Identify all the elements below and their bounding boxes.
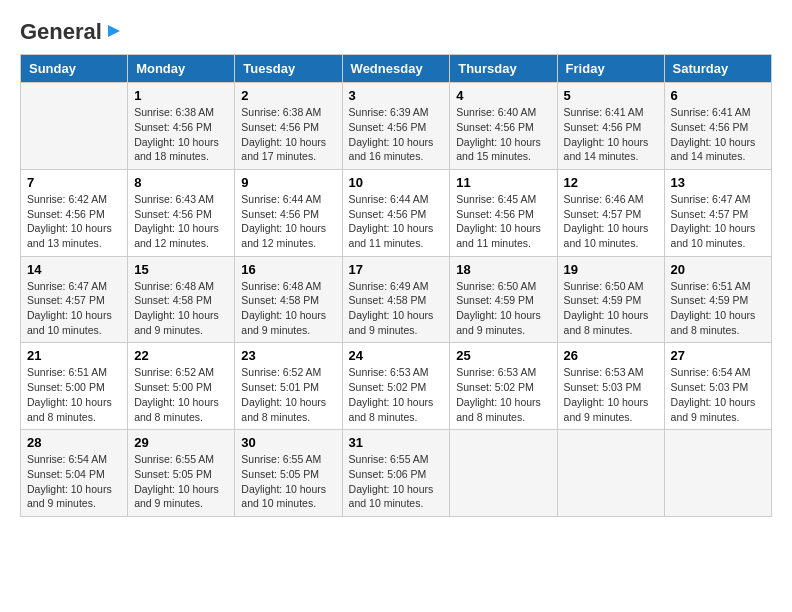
day-number: 21 [27,348,121,363]
day-info: Sunrise: 6:53 AMSunset: 5:02 PMDaylight:… [349,365,444,424]
calendar-cell: 27Sunrise: 6:54 AMSunset: 5:03 PMDayligh… [664,343,771,430]
day-number: 25 [456,348,550,363]
header-thursday: Thursday [450,55,557,83]
day-info: Sunrise: 6:55 AMSunset: 5:05 PMDaylight:… [241,452,335,511]
calendar-cell: 23Sunrise: 6:52 AMSunset: 5:01 PMDayligh… [235,343,342,430]
calendar-cell: 28Sunrise: 6:54 AMSunset: 5:04 PMDayligh… [21,430,128,517]
logo: General [20,20,124,44]
calendar-cell: 2Sunrise: 6:38 AMSunset: 4:56 PMDaylight… [235,83,342,170]
day-info: Sunrise: 6:46 AMSunset: 4:57 PMDaylight:… [564,192,658,251]
day-info: Sunrise: 6:51 AMSunset: 4:59 PMDaylight:… [671,279,765,338]
svg-marker-0 [108,25,120,37]
day-number: 11 [456,175,550,190]
day-info: Sunrise: 6:53 AMSunset: 5:02 PMDaylight:… [456,365,550,424]
day-number: 17 [349,262,444,277]
calendar-cell: 10Sunrise: 6:44 AMSunset: 4:56 PMDayligh… [342,169,450,256]
calendar-cell: 19Sunrise: 6:50 AMSunset: 4:59 PMDayligh… [557,256,664,343]
day-info: Sunrise: 6:50 AMSunset: 4:59 PMDaylight:… [456,279,550,338]
calendar-cell: 26Sunrise: 6:53 AMSunset: 5:03 PMDayligh… [557,343,664,430]
day-number: 16 [241,262,335,277]
day-info: Sunrise: 6:55 AMSunset: 5:05 PMDaylight:… [134,452,228,511]
calendar-cell: 30Sunrise: 6:55 AMSunset: 5:05 PMDayligh… [235,430,342,517]
calendar-cell: 5Sunrise: 6:41 AMSunset: 4:56 PMDaylight… [557,83,664,170]
day-info: Sunrise: 6:45 AMSunset: 4:56 PMDaylight:… [456,192,550,251]
day-number: 9 [241,175,335,190]
day-info: Sunrise: 6:50 AMSunset: 4:59 PMDaylight:… [564,279,658,338]
day-number: 23 [241,348,335,363]
day-info: Sunrise: 6:48 AMSunset: 4:58 PMDaylight:… [134,279,228,338]
day-number: 22 [134,348,228,363]
page-header: General [20,20,772,44]
day-info: Sunrise: 6:42 AMSunset: 4:56 PMDaylight:… [27,192,121,251]
calendar-cell [664,430,771,517]
day-info: Sunrise: 6:51 AMSunset: 5:00 PMDaylight:… [27,365,121,424]
calendar-table: SundayMondayTuesdayWednesdayThursdayFrid… [20,54,772,517]
logo-arrow-icon [104,21,124,41]
logo-text-general: General [20,20,102,44]
calendar-cell: 24Sunrise: 6:53 AMSunset: 5:02 PMDayligh… [342,343,450,430]
calendar-cell [21,83,128,170]
day-info: Sunrise: 6:54 AMSunset: 5:04 PMDaylight:… [27,452,121,511]
day-info: Sunrise: 6:38 AMSunset: 4:56 PMDaylight:… [134,105,228,164]
calendar-cell: 20Sunrise: 6:51 AMSunset: 4:59 PMDayligh… [664,256,771,343]
day-number: 4 [456,88,550,103]
calendar-cell: 9Sunrise: 6:44 AMSunset: 4:56 PMDaylight… [235,169,342,256]
calendar-cell: 3Sunrise: 6:39 AMSunset: 4:56 PMDaylight… [342,83,450,170]
calendar-cell: 29Sunrise: 6:55 AMSunset: 5:05 PMDayligh… [128,430,235,517]
calendar-cell: 13Sunrise: 6:47 AMSunset: 4:57 PMDayligh… [664,169,771,256]
day-info: Sunrise: 6:48 AMSunset: 4:58 PMDaylight:… [241,279,335,338]
day-number: 24 [349,348,444,363]
day-number: 5 [564,88,658,103]
day-info: Sunrise: 6:52 AMSunset: 5:00 PMDaylight:… [134,365,228,424]
day-info: Sunrise: 6:41 AMSunset: 4:56 PMDaylight:… [564,105,658,164]
calendar-cell: 21Sunrise: 6:51 AMSunset: 5:00 PMDayligh… [21,343,128,430]
calendar-cell: 31Sunrise: 6:55 AMSunset: 5:06 PMDayligh… [342,430,450,517]
header-sunday: Sunday [21,55,128,83]
day-number: 6 [671,88,765,103]
day-info: Sunrise: 6:44 AMSunset: 4:56 PMDaylight:… [349,192,444,251]
day-info: Sunrise: 6:49 AMSunset: 4:58 PMDaylight:… [349,279,444,338]
day-number: 14 [27,262,121,277]
header-monday: Monday [128,55,235,83]
day-number: 1 [134,88,228,103]
calendar-cell: 17Sunrise: 6:49 AMSunset: 4:58 PMDayligh… [342,256,450,343]
day-info: Sunrise: 6:47 AMSunset: 4:57 PMDaylight:… [27,279,121,338]
day-number: 27 [671,348,765,363]
week-row-1: 1Sunrise: 6:38 AMSunset: 4:56 PMDaylight… [21,83,772,170]
header-wednesday: Wednesday [342,55,450,83]
calendar-cell: 16Sunrise: 6:48 AMSunset: 4:58 PMDayligh… [235,256,342,343]
header-friday: Friday [557,55,664,83]
header-saturday: Saturday [664,55,771,83]
day-number: 18 [456,262,550,277]
day-info: Sunrise: 6:54 AMSunset: 5:03 PMDaylight:… [671,365,765,424]
calendar-cell: 1Sunrise: 6:38 AMSunset: 4:56 PMDaylight… [128,83,235,170]
week-row-5: 28Sunrise: 6:54 AMSunset: 5:04 PMDayligh… [21,430,772,517]
day-info: Sunrise: 6:52 AMSunset: 5:01 PMDaylight:… [241,365,335,424]
calendar-cell: 25Sunrise: 6:53 AMSunset: 5:02 PMDayligh… [450,343,557,430]
calendar-cell: 11Sunrise: 6:45 AMSunset: 4:56 PMDayligh… [450,169,557,256]
day-info: Sunrise: 6:41 AMSunset: 4:56 PMDaylight:… [671,105,765,164]
week-row-3: 14Sunrise: 6:47 AMSunset: 4:57 PMDayligh… [21,256,772,343]
day-info: Sunrise: 6:53 AMSunset: 5:03 PMDaylight:… [564,365,658,424]
day-number: 31 [349,435,444,450]
day-number: 10 [349,175,444,190]
day-number: 30 [241,435,335,450]
header-tuesday: Tuesday [235,55,342,83]
calendar-cell: 18Sunrise: 6:50 AMSunset: 4:59 PMDayligh… [450,256,557,343]
day-info: Sunrise: 6:39 AMSunset: 4:56 PMDaylight:… [349,105,444,164]
week-row-4: 21Sunrise: 6:51 AMSunset: 5:00 PMDayligh… [21,343,772,430]
day-number: 12 [564,175,658,190]
day-number: 15 [134,262,228,277]
week-row-2: 7Sunrise: 6:42 AMSunset: 4:56 PMDaylight… [21,169,772,256]
calendar-header-row: SundayMondayTuesdayWednesdayThursdayFrid… [21,55,772,83]
day-info: Sunrise: 6:47 AMSunset: 4:57 PMDaylight:… [671,192,765,251]
calendar-cell: 22Sunrise: 6:52 AMSunset: 5:00 PMDayligh… [128,343,235,430]
calendar-cell: 12Sunrise: 6:46 AMSunset: 4:57 PMDayligh… [557,169,664,256]
day-info: Sunrise: 6:55 AMSunset: 5:06 PMDaylight:… [349,452,444,511]
calendar-cell: 7Sunrise: 6:42 AMSunset: 4:56 PMDaylight… [21,169,128,256]
day-info: Sunrise: 6:43 AMSunset: 4:56 PMDaylight:… [134,192,228,251]
calendar-cell: 15Sunrise: 6:48 AMSunset: 4:58 PMDayligh… [128,256,235,343]
day-number: 26 [564,348,658,363]
day-number: 28 [27,435,121,450]
day-number: 8 [134,175,228,190]
